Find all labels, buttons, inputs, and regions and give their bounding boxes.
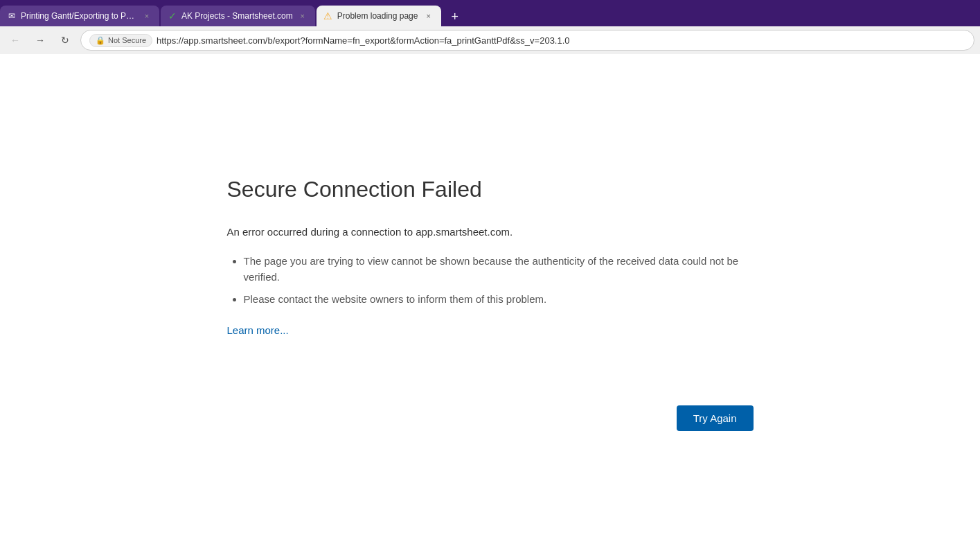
forward-icon: → [35,35,45,46]
navigation-bar: ← → ↻ 🔒 Not Secure https://app.smartshee… [0,26,980,54]
url-text: https://app.smartsheet.com/b/export?form… [157,35,965,46]
error-title: Secure Connection Failed [227,177,754,202]
tab2-close-button[interactable]: × [297,10,308,21]
error-container: Secure Connection Failed An error occurr… [227,163,754,445]
not-secure-badge[interactable]: 🔒 Not Secure [89,34,152,47]
tab2-favicon-icon: ✓ [168,11,177,21]
page-content: Secure Connection Failed An error occurr… [0,54,980,553]
reload-icon: ↻ [61,35,69,46]
list-item: The page you are trying to view cannot b… [244,254,754,285]
tab3-favicon-icon: ⚠ [323,11,333,21]
tab1-title: Printing Gantt/Exporting to PDF [21,11,137,21]
tab3-close-button[interactable]: × [423,10,434,21]
back-button[interactable]: ← [6,30,25,50]
address-bar[interactable]: 🔒 Not Secure https://app.smartsheet.com/… [80,30,974,51]
tab-printing-gantt[interactable]: ✉ Printing Gantt/Exporting to PDF × [0,6,159,26]
learn-more-link[interactable]: Learn more... [227,324,289,336]
new-tab-button[interactable]: + [445,7,465,26]
tab-ak-projects[interactable]: ✓ AK Projects - Smartsheet.com × [161,6,315,26]
try-again-button[interactable]: Try Again [677,405,754,431]
error-list: The page you are trying to view cannot b… [244,254,754,308]
tab1-favicon-icon: ✉ [7,11,17,21]
browser-chrome: ✉ Printing Gantt/Exporting to PDF × ✓ AK… [0,0,980,54]
tab-problem-loading[interactable]: ⚠ Problem loading page × [317,6,441,26]
error-description-text: An error occurred during a connection to… [227,226,513,238]
reload-button[interactable]: ↻ [55,30,75,50]
error-description: An error occurred during a connection to… [227,225,754,240]
not-secure-label: Not Secure [108,36,146,44]
list-item: Please contact the website owners to inf… [244,292,754,308]
lock-icon: 🔒 [96,36,105,45]
tab2-title: AK Projects - Smartsheet.com [181,11,293,21]
tab-bar: ✉ Printing Gantt/Exporting to PDF × ✓ AK… [0,0,980,26]
back-icon: ← [10,35,20,46]
tab1-close-button[interactable]: × [141,10,152,21]
tab3-title: Problem loading page [337,11,419,21]
forward-button[interactable]: → [30,30,50,50]
try-again-row: Try Again [227,405,754,431]
